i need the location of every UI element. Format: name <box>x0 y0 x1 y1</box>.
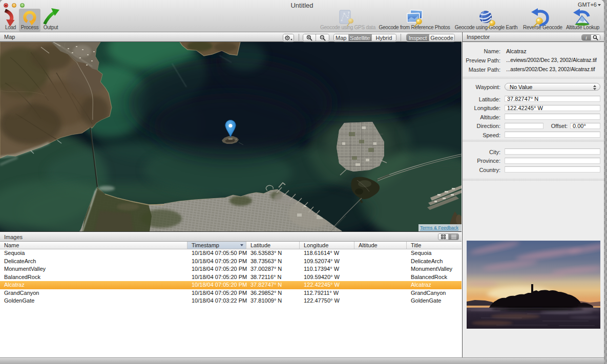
svg-text:Terms & Feedback: Terms & Feedback <box>420 225 459 230</box>
